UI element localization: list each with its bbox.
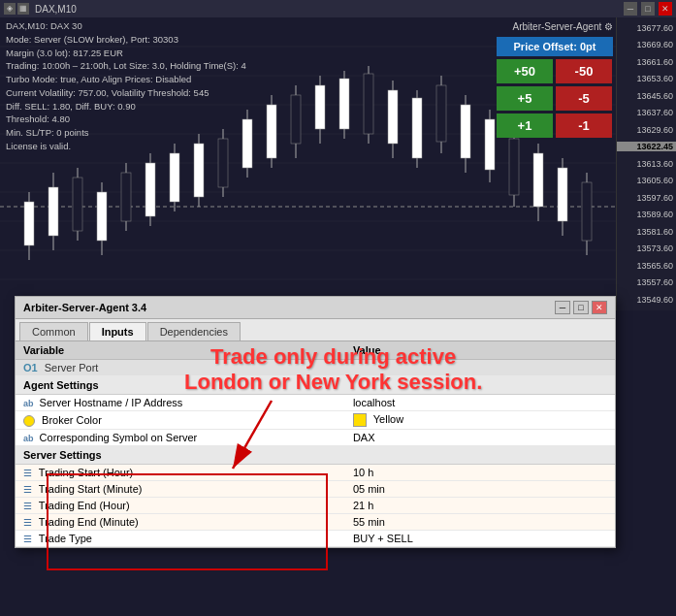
section-agent-settings: Agent Settings	[16, 376, 615, 395]
info-line-3: Trading: 10:00h – 21:00h, Lot Size: 3.0,…	[6, 59, 246, 73]
icon-trading-start-minute: ☰	[23, 484, 32, 495]
group-header-server-port: O1 Server Port	[16, 360, 615, 376]
price-13629: 13629.60	[617, 125, 676, 135]
dialog-close-btn[interactable]: ✕	[592, 301, 607, 314]
price-13669: 13669.60	[617, 40, 676, 49]
svg-rect-23	[170, 153, 179, 202]
svg-rect-21	[145, 163, 155, 216]
info-line-4: Turbo Mode: true, Auto Align Prices: Dis…	[6, 73, 246, 86]
svg-rect-43	[412, 98, 422, 158]
dialog-body: Variable Value O1 Server Port Agent Sett…	[16, 341, 615, 547]
price-offset-button[interactable]: Price Offset: 0pt	[497, 37, 613, 56]
row-trading-start-minute[interactable]: ☰ Trading Start (Minute) 05 min	[16, 481, 615, 498]
icon-trade-type: ☰	[23, 534, 32, 544]
svg-rect-37	[339, 79, 349, 129]
row-trading-end-hour[interactable]: ☰ Trading End (Hour) 21 h	[16, 498, 615, 514]
plus5-button[interactable]: +5	[497, 86, 553, 111]
dialog-maximize-btn[interactable]: □	[573, 301, 589, 314]
arbiter-label: Arbiter-Server-Agent ⚙	[497, 21, 613, 32]
chart-info: DAX,M10: DAX 30 Mode: Server (SLOW broke…	[6, 19, 246, 153]
chart-icon-1: ◈	[4, 3, 16, 15]
chart-title: DAX,M10	[35, 4, 77, 15]
svg-rect-53	[533, 153, 543, 207]
chart-titlebar: ◈ ▦ DAX,M10 ─ □ ✕	[0, 0, 676, 17]
minus50-button[interactable]: -50	[556, 59, 612, 83]
svg-rect-15	[73, 178, 82, 231]
svg-rect-17	[97, 192, 107, 241]
dialog-window-controls: ─ □ ✕	[555, 301, 607, 314]
svg-rect-33	[291, 95, 301, 144]
svg-rect-51	[509, 139, 519, 195]
price-13589: 13589.60	[617, 210, 676, 219]
svg-rect-49	[485, 119, 495, 170]
row-trading-start-hour[interactable]: ☰ Trading Start (Hour) 10 h	[16, 465, 615, 481]
dialog-window: Arbiter-Server-Agent 3.4 ─ □ ✕ Common In…	[15, 296, 616, 548]
row-symbol: ab Corresponding Symbol on Server DAX	[16, 430, 615, 446]
svg-rect-13	[48, 187, 58, 236]
price-13677: 13677.60	[617, 23, 676, 33]
chart-close-btn[interactable]: ✕	[659, 2, 672, 16]
dialog-minimize-btn[interactable]: ─	[555, 301, 570, 314]
value-server-hostname[interactable]: localhost	[345, 395, 615, 411]
label-trading-start-hour: ☰ Trading Start (Hour)	[16, 465, 345, 481]
icon-trading-end-hour: ☰	[23, 501, 32, 511]
value-trading-end-hour[interactable]: 21 h	[345, 498, 615, 514]
settings-table: Variable Value O1 Server Port Agent Sett…	[16, 341, 615, 547]
info-subtitle: DAX,M10: DAX 30	[6, 19, 246, 33]
row-trading-end-minute[interactable]: ☰ Trading End (Minute) 55 min	[16, 514, 615, 531]
section-server-settings: Server Settings	[16, 446, 615, 465]
price-13597: 13597.60	[617, 193, 676, 203]
group-label-server-port: O1 Server Port	[16, 360, 615, 376]
dialog-title: Arbiter-Server-Agent 3.4	[23, 302, 555, 313]
value-broker-color[interactable]: Yellow	[345, 411, 615, 430]
info-line-6: Diff. SELL: 1.80, Diff. BUY: 0.90	[6, 100, 246, 113]
chart-window-controls: ─ □ ✕	[624, 2, 672, 16]
value-trade-type[interactable]: BUY + SELL	[345, 531, 615, 547]
row-server-hostname: ab Server Hostname / IP Address localhos…	[16, 395, 615, 411]
icon-ab-hostname: ab	[23, 399, 34, 408]
value-trading-end-minute[interactable]: 55 min	[345, 514, 615, 531]
price-13565: 13565.60	[617, 261, 676, 271]
label-trade-type: ☰ Trade Type	[16, 531, 345, 547]
price-13645: 13645.60	[617, 91, 676, 101]
svg-rect-45	[436, 85, 446, 142]
label-symbol: ab Corresponding Symbol on Server	[16, 430, 345, 446]
trading-panel: Arbiter-Server-Agent ⚙ Price Offset: 0pt…	[497, 21, 613, 138]
chart-titlebar-icons: ◈ ▦	[4, 3, 29, 15]
icon-trading-start-hour: ☰	[23, 468, 32, 478]
section-label-server: Server Settings	[16, 446, 615, 465]
value-trading-start-minute[interactable]: 05 min	[345, 481, 615, 498]
info-line-2: Margin (3.0 lot): 817.25 EUR	[6, 47, 246, 60]
plus50-button[interactable]: +50	[497, 59, 553, 83]
price-current: 13622.45	[617, 142, 676, 151]
tab-inputs[interactable]: Inputs	[89, 322, 146, 340]
col-variable: Variable	[16, 341, 345, 360]
value-trading-start-hour[interactable]: 10 h	[345, 465, 615, 481]
svg-rect-41	[388, 90, 398, 144]
chart-minimize-btn[interactable]: ─	[624, 2, 637, 16]
info-line-5: Current Volatility: 757.00, Volatility T…	[6, 86, 246, 100]
tab-dependencies[interactable]: Dependencies	[147, 322, 241, 340]
table-header-row: Variable Value	[16, 341, 615, 360]
value-symbol[interactable]: DAX	[345, 430, 615, 446]
svg-rect-39	[364, 74, 373, 134]
chart-icon-2: ▦	[17, 3, 29, 15]
color-swatch-yellow	[353, 413, 367, 427]
svg-rect-57	[582, 182, 592, 241]
info-line-7: Threshold: 4.80	[6, 113, 246, 126]
dialog-titlebar: Arbiter-Server-Agent 3.4 ─ □ ✕	[16, 297, 615, 319]
col-value: Value	[345, 341, 615, 360]
plus1-button[interactable]: +1	[497, 113, 553, 138]
price-13573: 13573.60	[617, 243, 676, 253]
minus1-button[interactable]: -1	[556, 113, 612, 138]
minus5-button[interactable]: -5	[556, 86, 612, 111]
trade-row-1: +1 -1	[497, 113, 613, 138]
tab-common[interactable]: Common	[19, 322, 88, 340]
label-server-hostname: ab Server Hostname / IP Address	[16, 395, 345, 411]
price-13661: 13661.60	[617, 57, 676, 67]
chart-maximize-btn[interactable]: □	[641, 2, 655, 16]
label-broker-color: Broker Color	[16, 411, 345, 430]
price-13605: 13605.60	[617, 176, 676, 185]
svg-rect-11	[24, 202, 34, 245]
trade-row-5: +5 -5	[497, 86, 613, 111]
